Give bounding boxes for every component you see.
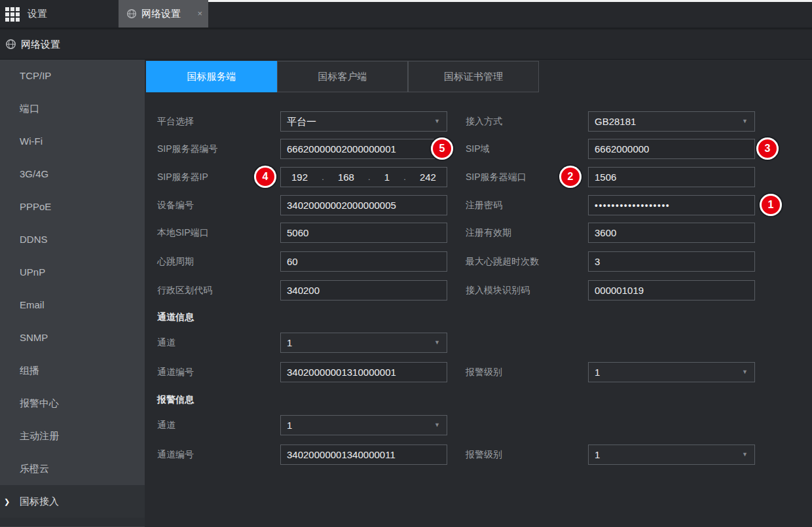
dropdown-value: 1	[595, 367, 600, 378]
globe-icon	[5, 39, 16, 50]
sip-domain-input[interactable]	[588, 139, 755, 159]
heartbeat-period-input[interactable]	[280, 251, 447, 272]
chevron-down-icon: ▼	[742, 112, 748, 131]
channel-dropdown[interactable]: 1 ▼	[280, 333, 447, 353]
register-password-label: 注册密码	[466, 195, 502, 215]
sidebar-item-3g4g[interactable]: 3G/4G	[0, 158, 145, 191]
channel-id-label: 通道编号	[157, 362, 194, 382]
alarm-level-label: 报警级别	[466, 362, 502, 382]
sip-server-port-input[interactable]	[588, 167, 755, 187]
ip-dot: .	[368, 172, 371, 182]
access-mode-label: 接入方式	[466, 111, 502, 132]
sidebar-item-auto-register[interactable]: 主动注册	[0, 420, 145, 452]
sidebar-item-snmp[interactable]: SNMP	[0, 321, 145, 354]
sip-server-ip-input[interactable]: 192 . 168 . 1 . 242	[280, 167, 447, 187]
ip-dot: .	[403, 172, 406, 182]
ip-octet-4[interactable]: 242	[420, 172, 436, 183]
sip-server-id-label: SIP服务器编号	[157, 139, 218, 159]
tab-settings[interactable]: 设置	[28, 0, 47, 27]
channel-label: 通道	[157, 333, 175, 353]
register-password-input[interactable]	[588, 195, 755, 215]
grid-icon[interactable]	[5, 7, 20, 22]
callout-badge-2: 2	[559, 166, 581, 188]
sidebar-item-alarm-center[interactable]: 报警中心	[0, 387, 145, 420]
alarm-channel-id-input[interactable]	[280, 445, 447, 465]
sip-server-ip-label: SIP服务器IP	[157, 167, 208, 187]
max-heartbeat-timeout-label: 最大心跳超时次数	[466, 251, 539, 272]
platform-select-dropdown[interactable]: 平台一 ▼	[280, 111, 447, 132]
sidebar-item-port[interactable]: 端口	[0, 92, 145, 125]
callout-badge-4: 4	[254, 166, 276, 188]
sidebar-item-ddns[interactable]: DDNS	[0, 223, 145, 256]
sidebar-item-upnp[interactable]: UPnP	[0, 256, 145, 289]
sidebar-item-label: 国标接入	[20, 496, 59, 507]
close-icon[interactable]: ×	[197, 0, 202, 27]
chevron-down-icon: ▼	[434, 112, 440, 131]
tab-gb-cert-management[interactable]: 国标证书管理	[408, 61, 539, 92]
tab-network-settings[interactable]: 网络设置 ×	[119, 0, 208, 27]
top-edge-strip	[208, 0, 812, 2]
region-code-input[interactable]	[280, 280, 447, 300]
page-header: 网络设置	[0, 29, 812, 60]
sip-server-id-input[interactable]	[280, 139, 447, 159]
register-valid-label: 注册有效期	[466, 223, 511, 243]
sidebar-item-wifi[interactable]: Wi-Fi	[0, 125, 145, 158]
sidebar-item-gb-access[interactable]: ❯ 国标接入	[0, 485, 145, 518]
chevron-down-icon: ▼	[742, 445, 748, 464]
alarm-channel-label: 通道	[157, 415, 175, 435]
sidebar-item-pppoe[interactable]: PPPoE	[0, 191, 145, 223]
sidebar-bottom-strip	[0, 518, 145, 526]
chevron-down-icon: ▼	[434, 416, 440, 435]
tab-label: 网络设置	[141, 0, 181, 27]
alarm-level-dropdown-2[interactable]: 1 ▼	[588, 445, 755, 465]
platform-select-label: 平台选择	[157, 111, 194, 132]
ip-dot: .	[322, 172, 324, 182]
region-code-label: 行政区划代码	[157, 280, 212, 300]
device-id-label: 设备编号	[157, 195, 194, 215]
device-id-input[interactable]	[280, 195, 447, 215]
alarm-channel-dropdown[interactable]: 1 ▼	[280, 415, 447, 435]
access-module-id-input[interactable]	[588, 280, 755, 300]
sidebar-item-lechange[interactable]: 乐橙云	[0, 452, 145, 485]
dropdown-value: GB28181	[595, 116, 636, 127]
channel-info-section-title: 通道信息	[157, 310, 194, 323]
ip-octet-2[interactable]: 168	[338, 172, 354, 183]
channel-id-input[interactable]	[280, 362, 447, 382]
sidebar-item-tcpip[interactable]: TCP/IP	[0, 60, 145, 92]
max-heartbeat-timeout-input[interactable]	[588, 251, 755, 272]
page-title: 网络设置	[21, 29, 60, 59]
sip-server-port-label: SIP服务器端口	[466, 167, 526, 187]
alarm-level-dropdown[interactable]: 1 ▼	[588, 362, 755, 382]
sidebar-item-email[interactable]: Email	[0, 289, 145, 321]
callout-badge-1: 1	[760, 194, 782, 216]
dropdown-value: 1	[595, 449, 600, 460]
local-sip-port-input[interactable]	[280, 223, 447, 243]
globe-icon	[126, 9, 137, 19]
register-valid-input[interactable]	[588, 223, 755, 243]
ip-octet-1[interactable]: 192	[291, 172, 308, 183]
alarm-channel-id-label: 通道编号	[157, 445, 194, 465]
dropdown-value: 1	[287, 420, 292, 431]
tab-gb-server[interactable]: 国标服务端	[146, 61, 277, 92]
dropdown-value: 1	[287, 337, 292, 348]
heartbeat-period-label: 心跳周期	[157, 251, 194, 272]
chevron-down-icon: ▼	[742, 363, 748, 382]
access-mode-dropdown[interactable]: GB28181 ▼	[588, 111, 755, 132]
sidebar: TCP/IP 端口 Wi-Fi 3G/4G PPPoE DDNS UPnP Em…	[0, 60, 145, 527]
chevron-right-icon: ❯	[4, 485, 10, 518]
alarm-level-label-2: 报警级别	[466, 445, 502, 465]
dropdown-value: 平台一	[287, 116, 316, 127]
alarm-info-section-title: 报警信息	[157, 393, 194, 406]
callout-badge-5: 5	[431, 137, 453, 160]
chevron-down-icon: ▼	[434, 333, 440, 352]
ip-octet-3[interactable]: 1	[384, 172, 390, 183]
sidebar-item-multicast[interactable]: 组播	[0, 354, 145, 387]
callout-badge-3: 3	[756, 137, 779, 160]
tab-gb-client[interactable]: 国标客户端	[277, 61, 408, 92]
sip-domain-label: SIP域	[466, 139, 490, 159]
local-sip-port-label: 本地SIP端口	[157, 223, 209, 243]
access-module-id-label: 接入模块识别码	[466, 280, 530, 300]
window-tabbar: 设置 网络设置 ×	[0, 0, 812, 27]
